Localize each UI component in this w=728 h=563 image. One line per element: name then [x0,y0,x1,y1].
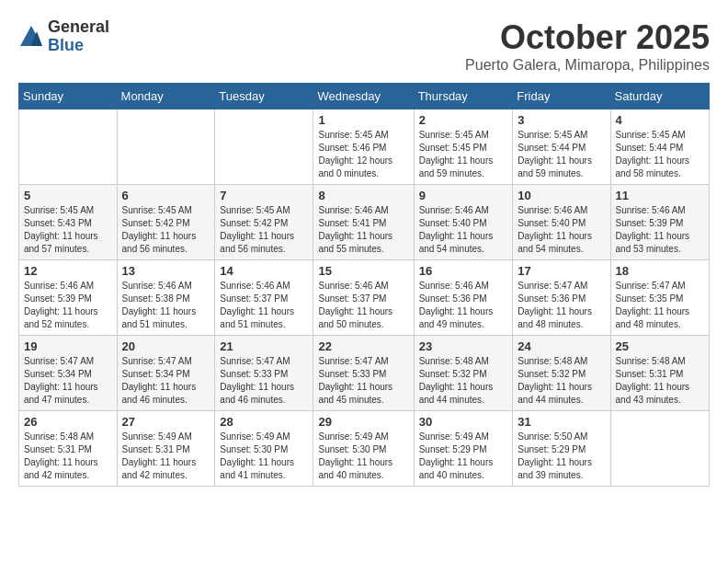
day-number: 8 [318,189,408,202]
day-info: Sunrise: 5:47 AM Sunset: 5:33 PM Dayligh… [318,355,408,407]
calendar-cell: 27Sunrise: 5:49 AM Sunset: 5:31 PM Dayli… [117,411,215,487]
day-number: 21 [220,339,308,353]
calendar-cell: 15Sunrise: 5:46 AM Sunset: 5:37 PM Dayli… [313,260,414,336]
calendar-cell: 8Sunrise: 5:46 AM Sunset: 5:41 PM Daylig… [313,185,414,260]
day-number: 28 [220,415,308,429]
day-info: Sunrise: 5:45 AM Sunset: 5:44 PM Dayligh… [518,129,605,180]
day-number: 27 [122,415,210,429]
calendar-cell: 20Sunrise: 5:47 AM Sunset: 5:34 PM Dayli… [117,336,215,411]
header-saturday: Saturday [610,84,709,109]
calendar-cell [610,411,709,487]
calendar-cell: 30Sunrise: 5:49 AM Sunset: 5:29 PM Dayli… [414,411,513,487]
day-number: 16 [419,264,508,278]
day-info: Sunrise: 5:45 AM Sunset: 5:43 PM Dayligh… [24,204,112,256]
header-sunday: Sunday [19,84,118,109]
day-number: 7 [220,189,308,202]
day-info: Sunrise: 5:45 AM Sunset: 5:42 PM Dayligh… [220,204,308,256]
day-info: Sunrise: 5:48 AM Sunset: 5:32 PM Dayligh… [518,355,605,407]
calendar-cell: 26Sunrise: 5:48 AM Sunset: 5:31 PM Dayli… [19,411,118,487]
location-title: Puerto Galera, Mimaropa, Philippines [465,57,710,74]
day-info: Sunrise: 5:46 AM Sunset: 5:36 PM Dayligh… [419,280,508,331]
page-header: General Blue October 2025 Puerto Galera,… [18,18,710,74]
calendar-cell [117,109,215,185]
day-number: 26 [24,415,112,429]
logo-text: General Blue [48,18,109,55]
day-number: 22 [318,339,408,353]
day-number: 18 [616,264,704,278]
day-number: 30 [419,415,508,429]
day-info: Sunrise: 5:45 AM Sunset: 5:44 PM Dayligh… [616,129,704,180]
logo: General Blue [18,18,109,55]
calendar-cell: 21Sunrise: 5:47 AM Sunset: 5:33 PM Dayli… [215,336,313,411]
header-tuesday: Tuesday [215,84,313,109]
calendar-cell: 18Sunrise: 5:47 AM Sunset: 5:35 PM Dayli… [610,260,709,336]
day-info: Sunrise: 5:49 AM Sunset: 5:30 PM Dayligh… [318,431,408,482]
day-number: 14 [220,264,308,278]
day-number: 4 [616,113,704,127]
calendar-cell: 7Sunrise: 5:45 AM Sunset: 5:42 PM Daylig… [215,185,313,260]
calendar-cell: 25Sunrise: 5:48 AM Sunset: 5:31 PM Dayli… [610,336,709,411]
calendar-cell [19,109,118,185]
calendar-cell: 10Sunrise: 5:46 AM Sunset: 5:40 PM Dayli… [513,185,610,260]
calendar-cell: 3Sunrise: 5:45 AM Sunset: 5:44 PM Daylig… [513,109,610,185]
title-block: October 2025 Puerto Galera, Mimaropa, Ph… [465,18,710,74]
day-info: Sunrise: 5:46 AM Sunset: 5:38 PM Dayligh… [122,280,210,331]
day-info: Sunrise: 5:47 AM Sunset: 5:34 PM Dayligh… [122,355,210,407]
day-number: 19 [24,339,112,353]
calendar-week-row: 12Sunrise: 5:46 AM Sunset: 5:39 PM Dayli… [19,260,710,336]
calendar-cell: 6Sunrise: 5:45 AM Sunset: 5:42 PM Daylig… [117,185,215,260]
calendar-week-row: 26Sunrise: 5:48 AM Sunset: 5:31 PM Dayli… [19,411,710,487]
day-info: Sunrise: 5:46 AM Sunset: 5:37 PM Dayligh… [220,280,308,331]
day-info: Sunrise: 5:49 AM Sunset: 5:31 PM Dayligh… [122,431,210,482]
calendar-cell: 12Sunrise: 5:46 AM Sunset: 5:39 PM Dayli… [19,260,118,336]
day-info: Sunrise: 5:48 AM Sunset: 5:31 PM Dayligh… [24,431,112,482]
day-number: 11 [616,189,704,202]
day-number: 25 [616,339,704,353]
day-info: Sunrise: 5:45 AM Sunset: 5:45 PM Dayligh… [419,129,508,180]
logo-blue: Blue [48,37,109,55]
header-wednesday: Wednesday [313,84,414,109]
calendar-cell: 11Sunrise: 5:46 AM Sunset: 5:39 PM Dayli… [610,185,709,260]
calendar-cell: 17Sunrise: 5:47 AM Sunset: 5:36 PM Dayli… [513,260,610,336]
day-number: 24 [518,339,605,353]
calendar-cell: 16Sunrise: 5:46 AM Sunset: 5:36 PM Dayli… [414,260,513,336]
calendar-cell: 4Sunrise: 5:45 AM Sunset: 5:44 PM Daylig… [610,109,709,185]
calendar-cell: 9Sunrise: 5:46 AM Sunset: 5:40 PM Daylig… [414,185,513,260]
day-number: 5 [24,189,112,202]
calendar-week-row: 1Sunrise: 5:45 AM Sunset: 5:46 PM Daylig… [19,109,710,185]
calendar-cell: 28Sunrise: 5:49 AM Sunset: 5:30 PM Dayli… [215,411,313,487]
day-info: Sunrise: 5:46 AM Sunset: 5:40 PM Dayligh… [419,204,508,256]
day-number: 2 [419,113,508,127]
day-number: 29 [318,415,408,429]
calendar-cell: 29Sunrise: 5:49 AM Sunset: 5:30 PM Dayli… [313,411,414,487]
day-info: Sunrise: 5:48 AM Sunset: 5:31 PM Dayligh… [616,355,704,407]
day-number: 31 [518,415,605,429]
day-info: Sunrise: 5:49 AM Sunset: 5:30 PM Dayligh… [220,431,308,482]
day-info: Sunrise: 5:50 AM Sunset: 5:29 PM Dayligh… [518,431,605,482]
calendar-cell [215,109,313,185]
day-info: Sunrise: 5:45 AM Sunset: 5:46 PM Dayligh… [318,129,408,180]
logo-general: General [48,18,109,37]
day-number: 1 [318,113,408,127]
day-info: Sunrise: 5:47 AM Sunset: 5:35 PM Dayligh… [616,280,704,331]
header-thursday: Thursday [414,84,513,109]
calendar-cell: 24Sunrise: 5:48 AM Sunset: 5:32 PM Dayli… [513,336,610,411]
day-number: 6 [122,189,210,202]
day-info: Sunrise: 5:46 AM Sunset: 5:39 PM Dayligh… [616,204,704,256]
header-monday: Monday [117,84,215,109]
day-number: 3 [518,113,605,127]
day-info: Sunrise: 5:47 AM Sunset: 5:34 PM Dayligh… [24,355,112,407]
day-info: Sunrise: 5:47 AM Sunset: 5:36 PM Dayligh… [518,280,605,331]
day-number: 13 [122,264,210,278]
day-info: Sunrise: 5:46 AM Sunset: 5:41 PM Dayligh… [318,204,408,256]
calendar-cell: 2Sunrise: 5:45 AM Sunset: 5:45 PM Daylig… [414,109,513,185]
calendar-cell: 1Sunrise: 5:45 AM Sunset: 5:46 PM Daylig… [313,109,414,185]
day-number: 17 [518,264,605,278]
day-number: 12 [24,264,112,278]
calendar-cell: 19Sunrise: 5:47 AM Sunset: 5:34 PM Dayli… [19,336,118,411]
month-title: October 2025 [465,18,710,57]
calendar-header-row: SundayMondayTuesdayWednesdayThursdayFrid… [19,84,710,109]
day-info: Sunrise: 5:49 AM Sunset: 5:29 PM Dayligh… [419,431,508,482]
day-number: 9 [419,189,508,202]
day-number: 20 [122,339,210,353]
